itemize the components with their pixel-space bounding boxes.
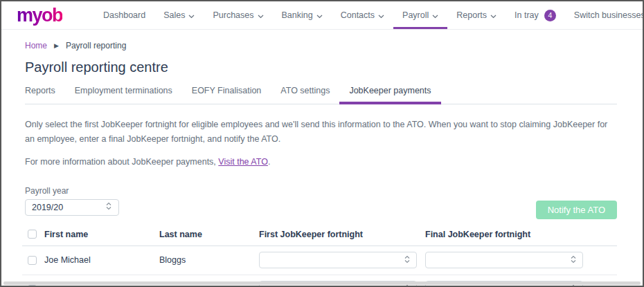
tab-bar: Reports Employment terminations EOFY Fin… (25, 86, 617, 104)
nav-menu: Dashboard Sales Purchases Banking Contac… (94, 1, 565, 29)
chevron-down-icon (316, 11, 323, 21)
intro-paragraph-2-prefix: For more information about JobKeeper pay… (25, 157, 218, 167)
column-header-final-fortnight: Final JobKeeper fortnight (425, 230, 617, 239)
payroll-year-value: 2019/20 (32, 203, 63, 212)
intro-paragraph: Only select the first JobKeeper fortnigh… (25, 118, 617, 147)
row-checkbox[interactable] (28, 256, 37, 265)
tab-ato-settings[interactable]: ATO settings (271, 86, 339, 104)
table-row: Joe Michael Bloggs (22, 246, 617, 275)
chevron-down-icon (188, 11, 195, 21)
in-tray-count-badge: 4 (544, 10, 556, 21)
nav-item-switch-businesses[interactable]: Switch businesses (565, 1, 644, 29)
stepper-icon (105, 202, 112, 212)
breadcrumb-current: Payroll reporting (66, 41, 126, 50)
chevron-down-icon (490, 11, 497, 21)
breadcrumb-home-link[interactable]: Home (25, 41, 47, 50)
chevron-down-icon (378, 11, 384, 21)
stepper-icon (404, 255, 411, 266)
chevron-down-icon (432, 11, 438, 21)
breadcrumb-arrow-icon: ▶ (54, 42, 59, 49)
column-header-first-fortnight: First JobKeeper fortnight (259, 230, 425, 239)
tab-jobkeeper-payments[interactable]: JobKeeper payments (339, 86, 440, 104)
myob-logo[interactable]: myob (17, 5, 62, 26)
app-window: myob Dashboard Sales Purchases Banking C… (0, 0, 644, 287)
column-header-first-name: First name (44, 230, 159, 239)
jobkeeper-table: First name Last name First JobKeeper for… (22, 227, 617, 287)
page-title: Payroll reporting centre (25, 59, 643, 75)
nav-item-label: Payroll (402, 10, 429, 20)
table-header-row: First name Last name First JobKeeper for… (22, 227, 617, 246)
tab-eofy-finalisation[interactable]: EOFY Finalisation (182, 86, 271, 104)
final-fortnight-select[interactable] (425, 252, 583, 268)
top-navigation: myob Dashboard Sales Purchases Banking C… (1, 1, 643, 30)
intro-text: Only select the first JobKeeper fortnigh… (25, 118, 617, 169)
tab-reports[interactable]: Reports (25, 86, 65, 104)
nav-item-dashboard[interactable]: Dashboard (94, 1, 154, 29)
tab-employment-terminations[interactable]: Employment terminations (65, 86, 182, 104)
visit-ato-link[interactable]: Visit the ATO (218, 157, 268, 167)
nav-item-label: Banking (282, 10, 313, 20)
nav-item-label: Dashboard (103, 10, 145, 20)
stepper-icon (570, 255, 577, 266)
nav-item-label: Switch businesses (574, 10, 644, 20)
payroll-year-label: Payroll year (25, 186, 617, 196)
nav-item-label: Reports (456, 10, 487, 20)
intro-paragraph-2: For more information about JobKeeper pay… (25, 155, 617, 169)
notify-ato-button[interactable]: Notify the ATO (536, 201, 617, 219)
nav-item-label: Sales (163, 10, 185, 20)
column-header-last-name: Last name (159, 230, 259, 239)
payroll-year-select[interactable]: 2019/20 (25, 199, 119, 216)
nav-item-purchases[interactable]: Purchases (204, 1, 272, 29)
controls-row: Payroll year 2019/20 Notify the ATO (25, 186, 617, 218)
nav-item-in-tray[interactable]: In tray 4 (506, 1, 565, 29)
first-fortnight-select[interactable] (259, 252, 417, 268)
intro-paragraph-2-suffix: . (268, 157, 270, 167)
nav-item-label: Purchases (213, 10, 253, 20)
nav-item-label: In tray (515, 10, 539, 20)
nav-right-menu: Switch businesses Coffee House Help (565, 1, 644, 29)
nav-item-label: Contacts (341, 10, 375, 20)
nav-item-payroll[interactable]: Payroll (393, 1, 447, 29)
cell-first-name: Joe Michael (44, 255, 159, 265)
nav-item-reports[interactable]: Reports (447, 1, 506, 29)
nav-item-banking[interactable]: Banking (273, 1, 332, 29)
nav-item-contacts[interactable]: Contacts (332, 1, 393, 29)
breadcrumb: Home ▶ Payroll reporting (1, 30, 643, 50)
horizontal-scrollbar[interactable] (3, 281, 641, 285)
select-all-checkbox[interactable] (28, 230, 37, 239)
nav-item-sales[interactable]: Sales (154, 1, 204, 29)
cell-last-name: Bloggs (159, 255, 259, 265)
chevron-down-icon (258, 11, 264, 21)
